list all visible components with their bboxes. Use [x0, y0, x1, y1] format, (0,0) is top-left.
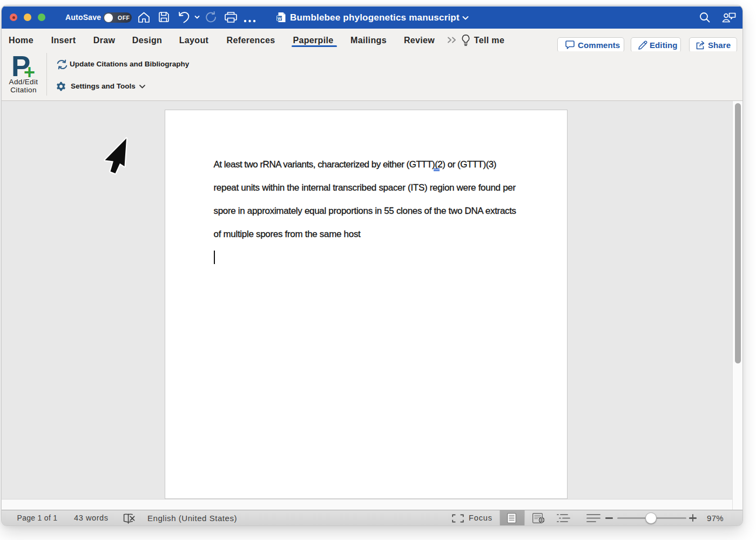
svg-text:W: W	[278, 16, 282, 21]
